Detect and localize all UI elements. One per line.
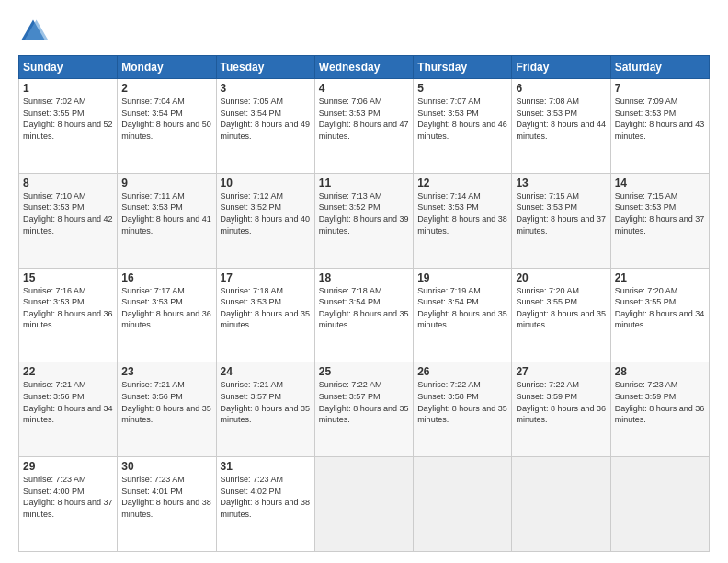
calendar-cell: 8 Sunrise: 7:10 AM Sunset: 3:53 PM Dayli…	[19, 173, 118, 268]
calendar-cell: 16 Sunrise: 7:17 AM Sunset: 3:53 PM Dayl…	[118, 268, 216, 362]
day-number: 15	[23, 271, 113, 284]
day-info: Sunrise: 7:06 AM Sunset: 3:53 PM Dayligh…	[319, 96, 409, 142]
day-number: 11	[319, 177, 409, 190]
day-info: Sunrise: 7:04 AM Sunset: 3:54 PM Dayligh…	[121, 96, 211, 142]
day-info: Sunrise: 7:23 AM Sunset: 4:01 PM Dayligh…	[121, 474, 211, 520]
calendar-header-thursday: Thursday	[414, 56, 512, 79]
day-number: 4	[319, 82, 409, 95]
calendar-cell: 4 Sunrise: 7:06 AM Sunset: 3:53 PM Dayli…	[314, 79, 413, 174]
calendar-cell: 19 Sunrise: 7:19 AM Sunset: 3:54 PM Dayl…	[414, 268, 512, 362]
day-number: 22	[23, 365, 113, 378]
calendar-cell: 3 Sunrise: 7:05 AM Sunset: 3:54 PM Dayli…	[216, 79, 314, 174]
logo	[18, 17, 51, 46]
calendar-cell: 9 Sunrise: 7:11 AM Sunset: 3:53 PM Dayli…	[118, 173, 216, 268]
day-number: 13	[516, 177, 606, 190]
day-info: Sunrise: 7:21 AM Sunset: 3:57 PM Dayligh…	[221, 379, 311, 425]
calendar-cell: 25 Sunrise: 7:22 AM Sunset: 3:57 PM Dayl…	[314, 362, 413, 457]
calendar-cell	[610, 457, 709, 552]
day-info: Sunrise: 7:22 AM Sunset: 3:57 PM Dayligh…	[319, 379, 409, 425]
calendar-cell: 7 Sunrise: 7:09 AM Sunset: 3:53 PM Dayli…	[610, 79, 709, 174]
day-number: 14	[615, 177, 705, 190]
day-info: Sunrise: 7:18 AM Sunset: 3:54 PM Dayligh…	[319, 285, 409, 331]
day-number: 18	[319, 271, 409, 284]
calendar-week-row: 8 Sunrise: 7:10 AM Sunset: 3:53 PM Dayli…	[19, 173, 710, 268]
calendar-header-friday: Friday	[512, 56, 610, 79]
day-number: 20	[516, 271, 606, 284]
day-info: Sunrise: 7:05 AM Sunset: 3:54 PM Dayligh…	[221, 96, 311, 142]
calendar-cell: 12 Sunrise: 7:14 AM Sunset: 3:53 PM Dayl…	[414, 173, 512, 268]
day-info: Sunrise: 7:14 AM Sunset: 3:53 PM Dayligh…	[417, 190, 507, 236]
calendar-cell: 22 Sunrise: 7:21 AM Sunset: 3:56 PM Dayl…	[19, 362, 118, 457]
calendar-week-row: 29 Sunrise: 7:23 AM Sunset: 4:00 PM Dayl…	[19, 457, 710, 552]
calendar-cell: 15 Sunrise: 7:16 AM Sunset: 3:53 PM Dayl…	[19, 268, 118, 362]
day-info: Sunrise: 7:23 AM Sunset: 3:59 PM Dayligh…	[615, 379, 705, 425]
day-number: 12	[417, 177, 507, 190]
day-info: Sunrise: 7:20 AM Sunset: 3:55 PM Dayligh…	[516, 285, 606, 331]
day-number: 3	[221, 82, 311, 95]
calendar-week-row: 15 Sunrise: 7:16 AM Sunset: 3:53 PM Dayl…	[19, 268, 710, 362]
day-info: Sunrise: 7:17 AM Sunset: 3:53 PM Dayligh…	[121, 285, 211, 331]
calendar-cell: 18 Sunrise: 7:18 AM Sunset: 3:54 PM Dayl…	[314, 268, 413, 362]
day-info: Sunrise: 7:22 AM Sunset: 3:58 PM Dayligh…	[417, 379, 507, 425]
day-info: Sunrise: 7:21 AM Sunset: 3:56 PM Dayligh…	[23, 379, 113, 425]
day-number: 24	[221, 365, 311, 378]
day-number: 21	[615, 271, 705, 284]
day-number: 10	[221, 177, 311, 190]
day-info: Sunrise: 7:20 AM Sunset: 3:55 PM Dayligh…	[615, 285, 705, 331]
calendar-cell: 5 Sunrise: 7:07 AM Sunset: 3:53 PM Dayli…	[414, 79, 512, 174]
calendar-cell	[512, 457, 610, 552]
day-number: 29	[23, 460, 113, 473]
day-number: 19	[417, 271, 507, 284]
day-number: 23	[121, 365, 211, 378]
calendar-header-wednesday: Wednesday	[314, 56, 413, 79]
day-number: 1	[23, 82, 113, 95]
calendar-cell: 26 Sunrise: 7:22 AM Sunset: 3:58 PM Dayl…	[414, 362, 512, 457]
day-info: Sunrise: 7:15 AM Sunset: 3:53 PM Dayligh…	[615, 190, 705, 236]
page: SundayMondayTuesdayWednesdayThursdayFrid…	[0, 0, 728, 563]
calendar-cell: 28 Sunrise: 7:23 AM Sunset: 3:59 PM Dayl…	[610, 362, 709, 457]
day-info: Sunrise: 7:22 AM Sunset: 3:59 PM Dayligh…	[516, 379, 606, 425]
calendar-cell: 31 Sunrise: 7:23 AM Sunset: 4:02 PM Dayl…	[216, 457, 314, 552]
day-info: Sunrise: 7:21 AM Sunset: 3:56 PM Dayligh…	[121, 379, 211, 425]
day-info: Sunrise: 7:15 AM Sunset: 3:53 PM Dayligh…	[516, 190, 606, 236]
calendar-cell	[414, 457, 512, 552]
day-number: 9	[121, 177, 211, 190]
calendar-week-row: 22 Sunrise: 7:21 AM Sunset: 3:56 PM Dayl…	[19, 362, 710, 457]
day-info: Sunrise: 7:02 AM Sunset: 3:55 PM Dayligh…	[23, 96, 113, 142]
calendar-cell: 24 Sunrise: 7:21 AM Sunset: 3:57 PM Dayl…	[216, 362, 314, 457]
day-info: Sunrise: 7:10 AM Sunset: 3:53 PM Dayligh…	[23, 190, 113, 236]
day-number: 31	[221, 460, 311, 473]
calendar-cell: 21 Sunrise: 7:20 AM Sunset: 3:55 PM Dayl…	[610, 268, 709, 362]
day-number: 30	[121, 460, 211, 473]
calendar-cell: 10 Sunrise: 7:12 AM Sunset: 3:52 PM Dayl…	[216, 173, 314, 268]
calendar-cell: 20 Sunrise: 7:20 AM Sunset: 3:55 PM Dayl…	[512, 268, 610, 362]
day-number: 27	[516, 365, 606, 378]
day-info: Sunrise: 7:09 AM Sunset: 3:53 PM Dayligh…	[615, 96, 705, 142]
calendar-header-saturday: Saturday	[610, 56, 709, 79]
calendar-cell: 23 Sunrise: 7:21 AM Sunset: 3:56 PM Dayl…	[118, 362, 216, 457]
logo-icon	[18, 17, 48, 46]
calendar-header-row: SundayMondayTuesdayWednesdayThursdayFrid…	[19, 56, 710, 79]
calendar-cell	[314, 457, 413, 552]
calendar-cell: 14 Sunrise: 7:15 AM Sunset: 3:53 PM Dayl…	[610, 173, 709, 268]
day-info: Sunrise: 7:16 AM Sunset: 3:53 PM Dayligh…	[23, 285, 113, 331]
calendar-cell: 6 Sunrise: 7:08 AM Sunset: 3:53 PM Dayli…	[512, 79, 610, 174]
day-info: Sunrise: 7:23 AM Sunset: 4:02 PM Dayligh…	[221, 474, 311, 520]
calendar-cell: 1 Sunrise: 7:02 AM Sunset: 3:55 PM Dayli…	[19, 79, 118, 174]
calendar-header-monday: Monday	[118, 56, 216, 79]
calendar-cell: 13 Sunrise: 7:15 AM Sunset: 3:53 PM Dayl…	[512, 173, 610, 268]
day-number: 28	[615, 365, 705, 378]
day-number: 2	[121, 82, 211, 95]
calendar-table: SundayMondayTuesdayWednesdayThursdayFrid…	[18, 55, 710, 552]
day-info: Sunrise: 7:19 AM Sunset: 3:54 PM Dayligh…	[417, 285, 507, 331]
day-info: Sunrise: 7:12 AM Sunset: 3:52 PM Dayligh…	[221, 190, 311, 236]
day-number: 5	[417, 82, 507, 95]
calendar-cell: 29 Sunrise: 7:23 AM Sunset: 4:00 PM Dayl…	[19, 457, 118, 552]
header	[18, 17, 710, 46]
day-number: 8	[23, 177, 113, 190]
day-info: Sunrise: 7:23 AM Sunset: 4:00 PM Dayligh…	[23, 474, 113, 520]
day-info: Sunrise: 7:18 AM Sunset: 3:53 PM Dayligh…	[221, 285, 311, 331]
day-number: 17	[221, 271, 311, 284]
day-number: 7	[615, 82, 705, 95]
day-number: 16	[121, 271, 211, 284]
